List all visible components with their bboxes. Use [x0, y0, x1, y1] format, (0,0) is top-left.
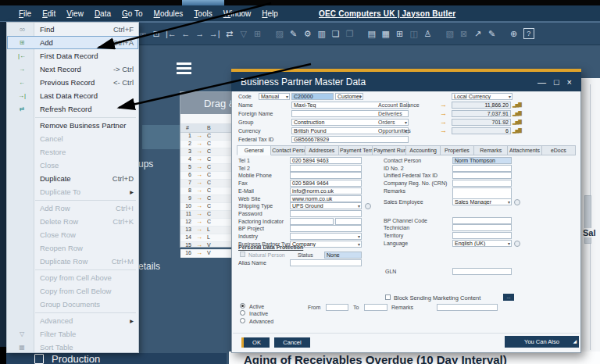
- menu-item-add[interactable]: ⊞AddCtrl+A: [7, 36, 138, 49]
- link-arrow-icon[interactable]: →: [440, 118, 447, 126]
- opportunities-value[interactable]: 6: [452, 127, 511, 134]
- chart-icon[interactable]: ▂▅▇: [512, 110, 521, 117]
- choose-icon[interactable]: [514, 241, 520, 247]
- menu-item-next-record[interactable]: →Next Record-> Ctrl: [7, 62, 138, 76]
- user-icon[interactable]: ♙: [423, 29, 433, 39]
- menu-item-add-row[interactable]: Add RowCtrl+I: [7, 202, 138, 215]
- link-arrow-icon[interactable]: →: [196, 241, 202, 248]
- menu-item-filter-table[interactable]: ▽Filter Table: [7, 327, 138, 341]
- document-lock-icon[interactable]: ▥: [317, 29, 327, 39]
- messages-icon[interactable]: ❏: [331, 29, 341, 39]
- link-arrow-icon[interactable]: →: [196, 148, 202, 155]
- field-company-reg-no-crn[interactable]: [452, 180, 512, 187]
- tab-remarks[interactable]: Remarks: [474, 145, 508, 155]
- menubar-item-edit[interactable]: Edit: [42, 9, 55, 18]
- natural-person-checkbox[interactable]: [240, 252, 245, 257]
- field-sales-employee[interactable]: Sales Manager: [452, 198, 512, 205]
- display-currency-dropdown[interactable]: Local Currency: [452, 93, 512, 100]
- menu-item-close[interactable]: Close: [7, 159, 138, 172]
- field-factoring-indicator-2[interactable]: [335, 218, 362, 225]
- link-arrow-icon[interactable]: →: [196, 171, 202, 178]
- menu-item-delete-row[interactable]: Delete RowCtrl+K: [7, 215, 138, 228]
- choose-icon[interactable]: [514, 199, 520, 205]
- tab-edocs[interactable]: eDocs: [542, 145, 576, 155]
- radio-active[interactable]: [240, 303, 245, 309]
- link-arrow-icon[interactable]: →: [196, 132, 202, 139]
- external-link-icon[interactable]: ↗: [473, 29, 483, 39]
- last-record-icon[interactable]: →|: [209, 29, 220, 38]
- menubar-item-data[interactable]: Data: [95, 9, 111, 18]
- link-arrow-icon[interactable]: →: [196, 155, 202, 162]
- link-arrow-icon[interactable]: →: [440, 127, 447, 134]
- grid-icon[interactable]: ⊠: [459, 29, 469, 39]
- menu-item-group-documents[interactable]: Group Documents: [7, 298, 138, 311]
- you-can-also-button[interactable]: You Can Also ◢: [505, 336, 579, 348]
- sidebar-item-production[interactable]: Production: [6, 353, 227, 364]
- tab-contact-persons[interactable]: Contact Persons: [271, 145, 305, 155]
- field-contact-person[interactable]: Norm Thompson: [452, 157, 512, 164]
- document-details-icon[interactable]: ▦: [381, 29, 391, 39]
- alias-name-field[interactable]: [290, 259, 362, 266]
- calculator-icon[interactable]: ⊞: [395, 29, 405, 39]
- add-icon[interactable]: ⊡: [152, 29, 161, 39]
- link-arrow-icon[interactable]: →: [196, 179, 202, 186]
- ok-button[interactable]: OK: [241, 337, 270, 348]
- cancel-button[interactable]: Cancel: [274, 337, 310, 348]
- menu-item-close-row[interactable]: Close Row: [7, 228, 138, 241]
- link-arrow-icon[interactable]: →: [196, 194, 202, 202]
- field-unified-federal-tax-id[interactable]: [452, 172, 512, 179]
- link-arrow-icon[interactable]: →: [440, 101, 447, 109]
- window-titlebar[interactable]: Business Partner Master Data — □ ×: [231, 72, 581, 91]
- messages-alt-icon[interactable]: ❐: [345, 29, 355, 39]
- document-info-icon[interactable]: ▤: [367, 29, 377, 39]
- menu-item-cancel[interactable]: Cancel: [7, 132, 138, 145]
- radio-inactive[interactable]: [240, 310, 245, 316]
- field-bp-channel-code[interactable]: [452, 217, 512, 224]
- menu-item-copy-from-cell-above[interactable]: Copy from Cell Above: [7, 271, 138, 284]
- close-button[interactable]: ×: [567, 77, 572, 87]
- field-factoring-indicator[interactable]: [290, 218, 334, 225]
- tab-payment-run[interactable]: Payment Run: [373, 145, 406, 155]
- field-shipping-type[interactable]: UPS Ground: [290, 202, 362, 209]
- menubar-item-window[interactable]: Window: [223, 9, 252, 18]
- from-field[interactable]: [326, 304, 348, 311]
- minimize-button[interactable]: —: [538, 77, 546, 87]
- code-series-dropdown[interactable]: Manual: [259, 93, 290, 100]
- hamburger-menu-icon[interactable]: [177, 62, 191, 74]
- link-arrow-icon[interactable]: →: [440, 109, 447, 117]
- menu-item-first-data-record[interactable]: |←First Data Record: [7, 49, 138, 62]
- field-industry[interactable]: [290, 233, 362, 240]
- tab-properties[interactable]: Properties: [441, 145, 474, 155]
- inactive-remarks-field[interactable]: [437, 304, 498, 311]
- web-browser-icon[interactable]: ⊕: [509, 29, 519, 39]
- radio-advanced[interactable]: [240, 318, 245, 323]
- next-record-icon[interactable]: →: [195, 29, 205, 38]
- menu-item-remove-business-partner[interactable]: Remove Business Partner: [7, 119, 138, 132]
- orders-value[interactable]: 701.92: [452, 119, 511, 126]
- menu-item-refresh-record[interactable]: ⇄Refresh Record: [7, 102, 138, 116]
- deliveries-value[interactable]: 7,037.91: [452, 110, 511, 117]
- field-web-site[interactable]: www.norm.co.uk: [290, 195, 362, 202]
- menu-item-find[interactable]: ○○FindCtrl+F: [7, 23, 138, 36]
- first-record-icon[interactable]: |←: [166, 29, 177, 38]
- field-e-mail[interactable]: info@norm.co.uk: [290, 187, 362, 194]
- menubar-item-tools[interactable]: Tools: [194, 9, 212, 18]
- menu-item-last-data-record[interactable]: →|Last Data Record: [7, 89, 138, 102]
- gln-field[interactable]: [452, 268, 512, 275]
- menu-item-copy-from-cell-below[interactable]: Copy from Cell Below: [7, 284, 138, 298]
- field-mobile-phone[interactable]: [290, 172, 362, 179]
- menu-item-reopen-row[interactable]: Reopen Row: [7, 241, 138, 255]
- chart-icon[interactable]: ▂▅▇: [512, 102, 521, 109]
- menu-item-advanced[interactable]: Advanced▸: [7, 314, 138, 327]
- link-arrow-icon[interactable]: →: [196, 163, 202, 170]
- link-arrow-icon[interactable]: →: [196, 234, 202, 241]
- menu-item-sort-table[interactable]: ▦Sort Table: [7, 341, 138, 354]
- maximize-button[interactable]: □: [554, 77, 559, 87]
- code-field[interactable]: C20000: [291, 93, 334, 100]
- menubar-item-go-to[interactable]: Go To: [122, 9, 143, 18]
- to-field[interactable]: [364, 304, 388, 311]
- more-options-button[interactable]: ...: [503, 294, 514, 301]
- bp-type-dropdown[interactable]: Customer: [335, 93, 363, 100]
- tab-accounting[interactable]: Accounting: [406, 145, 440, 155]
- menubar-item-help[interactable]: Help: [262, 9, 278, 18]
